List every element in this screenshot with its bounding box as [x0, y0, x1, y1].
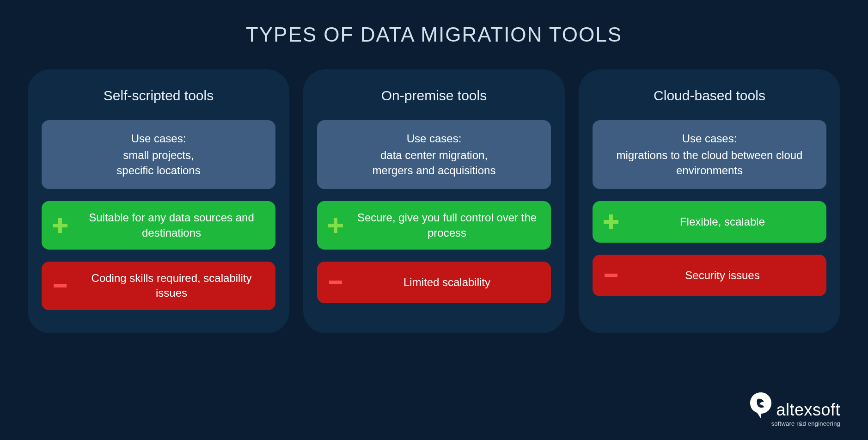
usecase-text: migrations to the cloud between cloud en… — [602, 148, 817, 178]
usecase-box: Use cases: small projects, specific loca… — [42, 120, 275, 189]
usecase-box: Use cases: migrations to the cloud betwe… — [593, 120, 826, 189]
pro-text: Suitable for any data sources and destin… — [77, 210, 266, 240]
card-title: On-premise tools — [317, 88, 551, 104]
pro-box: Suitable for any data sources and destin… — [42, 201, 275, 250]
card-cloud-based: Cloud-based tools Use cases: migrations … — [579, 69, 840, 333]
card-title: Cloud-based tools — [593, 88, 826, 104]
plus-icon — [602, 213, 620, 231]
cards-row: Self-scripted tools Use cases: small pro… — [28, 69, 840, 333]
svg-rect-5 — [329, 281, 342, 284]
logo-row: altexsoft — [748, 391, 840, 419]
svg-rect-7 — [604, 220, 618, 224]
pro-text: Flexible, scalable — [628, 214, 817, 229]
brand-logo: altexsoft software r&d engineering — [748, 391, 840, 427]
usecase-label: Use cases: — [407, 131, 462, 146]
usecase-label: Use cases: — [131, 131, 186, 146]
pro-box: Secure, give you full control over the p… — [317, 201, 551, 250]
logo-icon — [748, 391, 773, 419]
con-text: Coding skills required, scalability issu… — [77, 271, 266, 301]
minus-icon — [326, 273, 345, 292]
logo-name: altexsoft — [776, 402, 840, 419]
page-title: TYPES OF DATA MIGRATION TOOLS — [28, 23, 840, 46]
svg-rect-8 — [605, 274, 617, 277]
usecase-label: Use cases: — [682, 131, 737, 146]
con-text: Security issues — [628, 268, 817, 283]
con-box: Limited scalability — [317, 262, 551, 303]
logo-tagline: software r&d engineering — [771, 420, 840, 427]
pro-text: Secure, give you full control over the p… — [352, 210, 542, 240]
card-self-scripted: Self-scripted tools Use cases: small pro… — [28, 69, 289, 333]
minus-icon — [602, 266, 620, 285]
pro-box: Flexible, scalable — [593, 201, 826, 243]
svg-rect-4 — [328, 224, 343, 227]
con-box: Coding skills required, scalability issu… — [42, 262, 275, 310]
svg-rect-1 — [53, 224, 67, 227]
usecase-text: small projects, specific locations — [116, 148, 200, 178]
svg-rect-2 — [54, 284, 67, 287]
con-text: Limited scalability — [352, 275, 542, 290]
usecase-text: data center migration, mergers and acqui… — [373, 148, 496, 178]
card-on-premise: On-premise tools Use cases: data center … — [303, 69, 565, 333]
con-box: Security issues — [593, 255, 826, 296]
plus-icon — [326, 216, 345, 235]
card-title: Self-scripted tools — [42, 88, 275, 104]
plus-icon — [51, 216, 69, 235]
minus-icon — [51, 276, 69, 295]
usecase-box: Use cases: data center migration, merger… — [317, 120, 551, 189]
